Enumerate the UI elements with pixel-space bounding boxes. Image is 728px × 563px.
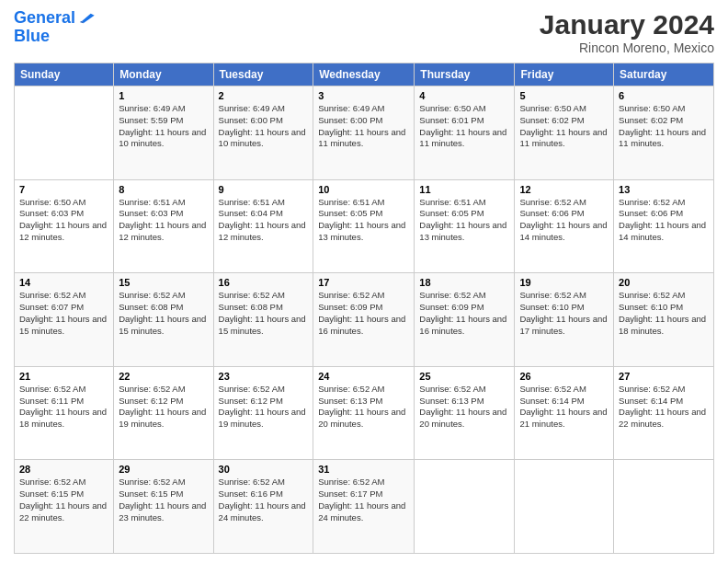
logo-icon: [77, 9, 96, 28]
calendar-cell-0-4: 4Sunrise: 6:50 AM Sunset: 6:01 PM Daylig…: [415, 86, 515, 180]
header-saturday: Saturday: [614, 63, 714, 86]
header-wednesday: Wednesday: [313, 63, 415, 86]
day-number: 11: [419, 184, 509, 195]
day-info: Sunrise: 6:52 AM Sunset: 6:14 PM Dayligh…: [519, 384, 609, 431]
calendar-cell-3-3: 24Sunrise: 6:52 AM Sunset: 6:13 PM Dayli…: [313, 366, 415, 460]
day-number: 30: [219, 464, 309, 475]
day-info: Sunrise: 6:51 AM Sunset: 6:04 PM Dayligh…: [219, 197, 309, 244]
calendar-cell-2-5: 19Sunrise: 6:52 AM Sunset: 6:10 PM Dayli…: [515, 273, 614, 367]
calendar-cell-0-0: [15, 86, 114, 180]
day-info: Sunrise: 6:50 AM Sunset: 6:02 PM Dayligh…: [519, 103, 609, 150]
day-number: 15: [119, 277, 208, 288]
day-number: 27: [619, 371, 709, 382]
day-info: Sunrise: 6:52 AM Sunset: 6:07 PM Dayligh…: [19, 290, 108, 337]
calendar-cell-2-0: 14Sunrise: 6:52 AM Sunset: 6:07 PM Dayli…: [15, 273, 114, 367]
logo: General Blue: [14, 9, 96, 46]
day-number: 14: [19, 277, 108, 288]
calendar-cell-1-2: 9Sunrise: 6:51 AM Sunset: 6:04 PM Daylig…: [213, 179, 313, 273]
calendar-cell-4-6: [614, 460, 714, 554]
day-number: 3: [318, 90, 409, 101]
day-number: 5: [519, 90, 609, 101]
calendar-cell-0-6: 6Sunrise: 6:50 AM Sunset: 6:02 PM Daylig…: [614, 86, 714, 180]
day-number: 8: [119, 184, 208, 195]
header-friday: Friday: [515, 63, 614, 86]
day-info: Sunrise: 6:49 AM Sunset: 6:00 PM Dayligh…: [219, 103, 309, 150]
day-number: 13: [619, 184, 709, 195]
day-info: Sunrise: 6:52 AM Sunset: 6:10 PM Dayligh…: [619, 290, 709, 337]
day-info: Sunrise: 6:52 AM Sunset: 6:15 PM Dayligh…: [19, 477, 108, 523]
calendar-cell-4-3: 31Sunrise: 6:52 AM Sunset: 6:17 PM Dayli…: [313, 460, 415, 554]
day-number: 10: [318, 184, 409, 195]
calendar-cell-0-1: 1Sunrise: 6:49 AM Sunset: 5:59 PM Daylig…: [114, 86, 213, 180]
calendar-header-row: Sunday Monday Tuesday Wednesday Thursday…: [15, 63, 714, 86]
calendar-cell-1-3: 10Sunrise: 6:51 AM Sunset: 6:05 PM Dayli…: [313, 179, 415, 273]
calendar-cell-2-2: 16Sunrise: 6:52 AM Sunset: 6:08 PM Dayli…: [213, 273, 313, 367]
day-info: Sunrise: 6:50 AM Sunset: 6:02 PM Dayligh…: [619, 103, 709, 150]
header-monday: Monday: [114, 63, 213, 86]
day-info: Sunrise: 6:52 AM Sunset: 6:14 PM Dayligh…: [619, 384, 709, 431]
calendar-cell-3-0: 21Sunrise: 6:52 AM Sunset: 6:11 PM Dayli…: [15, 366, 114, 460]
day-number: 28: [19, 464, 108, 475]
week-row-3: 14Sunrise: 6:52 AM Sunset: 6:07 PM Dayli…: [15, 273, 714, 367]
week-row-2: 7Sunrise: 6:50 AM Sunset: 6:03 PM Daylig…: [15, 179, 714, 273]
day-info: Sunrise: 6:52 AM Sunset: 6:11 PM Dayligh…: [19, 384, 108, 431]
day-info: Sunrise: 6:52 AM Sunset: 6:15 PM Dayligh…: [119, 477, 208, 523]
week-row-5: 28Sunrise: 6:52 AM Sunset: 6:15 PM Dayli…: [15, 460, 714, 554]
day-info: Sunrise: 6:52 AM Sunset: 6:06 PM Dayligh…: [519, 197, 609, 244]
header-sunday: Sunday: [15, 63, 114, 86]
day-number: 4: [419, 90, 509, 101]
day-info: Sunrise: 6:52 AM Sunset: 6:09 PM Dayligh…: [318, 290, 409, 337]
day-info: Sunrise: 6:51 AM Sunset: 6:03 PM Dayligh…: [119, 197, 208, 244]
day-number: 1: [119, 90, 208, 101]
day-number: 2: [219, 90, 309, 101]
calendar-cell-3-5: 26Sunrise: 6:52 AM Sunset: 6:14 PM Dayli…: [515, 366, 614, 460]
logo-text-line1: General: [14, 9, 75, 28]
day-number: 16: [219, 277, 309, 288]
day-number: 7: [19, 184, 108, 195]
calendar-cell-0-3: 3Sunrise: 6:49 AM Sunset: 6:00 PM Daylig…: [313, 86, 415, 180]
day-info: Sunrise: 6:52 AM Sunset: 6:06 PM Dayligh…: [619, 197, 709, 244]
calendar-cell-2-1: 15Sunrise: 6:52 AM Sunset: 6:08 PM Dayli…: [114, 273, 213, 367]
calendar-title: January 2024: [540, 9, 714, 40]
day-info: Sunrise: 6:50 AM Sunset: 6:03 PM Dayligh…: [19, 197, 108, 244]
calendar-cell-3-4: 25Sunrise: 6:52 AM Sunset: 6:13 PM Dayli…: [415, 366, 515, 460]
day-info: Sunrise: 6:51 AM Sunset: 6:05 PM Dayligh…: [419, 197, 509, 244]
day-number: 23: [219, 371, 309, 382]
calendar-subtitle: Rincon Moreno, Mexico: [540, 40, 714, 55]
day-info: Sunrise: 6:52 AM Sunset: 6:17 PM Dayligh…: [318, 477, 409, 523]
day-number: 17: [318, 277, 409, 288]
day-info: Sunrise: 6:52 AM Sunset: 6:16 PM Dayligh…: [219, 477, 309, 523]
calendar-cell-1-6: 13Sunrise: 6:52 AM Sunset: 6:06 PM Dayli…: [614, 179, 714, 273]
day-info: Sunrise: 6:52 AM Sunset: 6:13 PM Dayligh…: [318, 384, 409, 431]
calendar-cell-1-4: 11Sunrise: 6:51 AM Sunset: 6:05 PM Dayli…: [415, 179, 515, 273]
week-row-4: 21Sunrise: 6:52 AM Sunset: 6:11 PM Dayli…: [15, 366, 714, 460]
calendar-cell-4-0: 28Sunrise: 6:52 AM Sunset: 6:15 PM Dayli…: [15, 460, 114, 554]
day-number: 29: [119, 464, 208, 475]
header: General Blue January 2024 Rincon Moreno,…: [14, 9, 714, 55]
calendar-cell-1-1: 8Sunrise: 6:51 AM Sunset: 6:03 PM Daylig…: [114, 179, 213, 273]
calendar-cell-4-5: [515, 460, 614, 554]
day-info: Sunrise: 6:52 AM Sunset: 6:12 PM Dayligh…: [119, 384, 208, 431]
calendar-cell-1-0: 7Sunrise: 6:50 AM Sunset: 6:03 PM Daylig…: [15, 179, 114, 273]
day-number: 22: [119, 371, 208, 382]
day-info: Sunrise: 6:52 AM Sunset: 6:12 PM Dayligh…: [219, 384, 309, 431]
calendar-cell-3-2: 23Sunrise: 6:52 AM Sunset: 6:12 PM Dayli…: [213, 366, 313, 460]
title-block: January 2024 Rincon Moreno, Mexico: [540, 9, 714, 55]
header-tuesday: Tuesday: [213, 63, 313, 86]
day-info: Sunrise: 6:49 AM Sunset: 6:00 PM Dayligh…: [318, 103, 409, 150]
page: General Blue January 2024 Rincon Moreno,…: [0, 0, 728, 563]
calendar-cell-3-6: 27Sunrise: 6:52 AM Sunset: 6:14 PM Dayli…: [614, 366, 714, 460]
day-number: 26: [519, 371, 609, 382]
calendar-cell-4-1: 29Sunrise: 6:52 AM Sunset: 6:15 PM Dayli…: [114, 460, 213, 554]
header-thursday: Thursday: [415, 63, 515, 86]
day-info: Sunrise: 6:52 AM Sunset: 6:08 PM Dayligh…: [219, 290, 309, 337]
calendar-cell-4-2: 30Sunrise: 6:52 AM Sunset: 6:16 PM Dayli…: [213, 460, 313, 554]
day-info: Sunrise: 6:52 AM Sunset: 6:09 PM Dayligh…: [419, 290, 509, 337]
logo-text-line2: Blue: [14, 28, 96, 46]
day-number: 25: [419, 371, 509, 382]
day-number: 24: [318, 371, 409, 382]
day-info: Sunrise: 6:50 AM Sunset: 6:01 PM Dayligh…: [419, 103, 509, 150]
day-number: 12: [519, 184, 609, 195]
calendar-cell-2-4: 18Sunrise: 6:52 AM Sunset: 6:09 PM Dayli…: [415, 273, 515, 367]
day-info: Sunrise: 6:52 AM Sunset: 6:13 PM Dayligh…: [419, 384, 509, 431]
